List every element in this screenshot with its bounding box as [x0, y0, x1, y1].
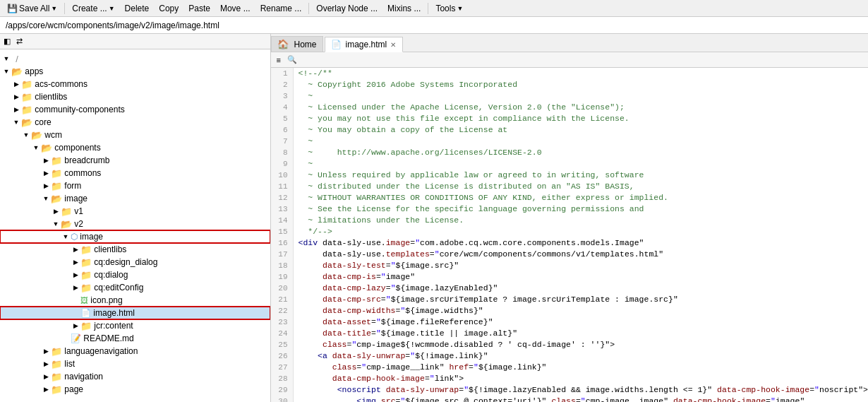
code-line: 5 ~ you may not use this file except in … — [271, 113, 868, 124]
tree-item-v1[interactable]: ▶📁 v1 — [0, 205, 270, 218]
right-panel: 🏠 Home 📄 image.html ✕ ≡ 🔍 1<!--/**2 ~ Co… — [271, 34, 868, 402]
folder-icon: 📁 — [51, 384, 62, 395]
file-tree[interactable]: ▼/ ▼📂 apps▶📁 acs-commons▶📁 clientlibs▶📁 … — [0, 49, 270, 402]
line-content: data-cmp-hook-image="link"> — [294, 373, 464, 384]
tree-item-form[interactable]: ▶📁 form — [0, 179, 270, 192]
overlay-node-button[interactable]: Overlay Node ... — [312, 1, 382, 16]
mixins-button[interactable]: Mixins ... — [383, 1, 425, 16]
tab-close-button[interactable]: ✕ — [390, 41, 397, 49]
expand-icon[interactable]: ▼ — [41, 194, 51, 203]
line-content: ~ Unless required by applicable law or a… — [294, 170, 644, 181]
file-icon: 📄 — [331, 40, 342, 49]
home-icon: 🏠 — [277, 39, 289, 49]
editor-btn1[interactable]: ≡ — [274, 55, 282, 65]
save-all-button[interactable]: 💾 Save All ▼ — [3, 1, 61, 16]
line-number: 23 — [271, 317, 294, 328]
tree-item-icon-png[interactable]: 🖼 icon.png — [0, 294, 270, 307]
tree-nav-btn[interactable]: ⇄ — [14, 36, 25, 47]
tools-caret: ▼ — [457, 5, 463, 12]
tree-item-list[interactable]: ▶📁 list — [0, 357, 270, 370]
folder-icon: 📁 — [61, 206, 72, 217]
rename-button[interactable]: Rename ... — [256, 1, 306, 16]
tree-item-wcm[interactable]: ▼📂 wcm — [0, 129, 270, 141]
line-number: 16 — [271, 237, 294, 249]
expand-icon[interactable]: ▶ — [41, 359, 51, 369]
expand-icon[interactable]: ▶ — [71, 283, 80, 292]
create-button[interactable]: Create ... ▼ — [68, 1, 119, 16]
tree-root[interactable]: ▼/ — [0, 52, 270, 65]
expand-icon[interactable]: ▶ — [51, 206, 61, 216]
tree-item-acs-commons[interactable]: ▶📁 acs-commons — [0, 78, 270, 90]
tree-item-languagenavigation[interactable]: ▶📁 languagenavigation — [0, 345, 270, 357]
tree-item-clientlibs[interactable]: ▶📁 clientlibs — [0, 90, 270, 103]
tab-image-html[interactable]: 📄 image.html ✕ — [325, 37, 404, 52]
line-content: ~ You may obtain a copy of the License a… — [294, 124, 507, 136]
line-content: */--> — [294, 226, 332, 237]
delete-button[interactable]: Delete — [121, 1, 154, 16]
tree-item-cq-editConfig[interactable]: ▶📁 cq:editConfig — [0, 281, 270, 294]
line-number: 5 — [271, 113, 294, 124]
expand-icon[interactable]: ▼ — [31, 143, 41, 153]
move-button[interactable]: Move ... — [216, 1, 255, 16]
code-line: 30 <img src="${image.src @ context='uri'… — [271, 396, 868, 402]
tree-item-components[interactable]: ▼📂 components — [0, 141, 270, 154]
tree-item-README-md[interactable]: 📝 README.md — [0, 332, 270, 345]
tools-button[interactable]: Tools ▼ — [431, 1, 467, 16]
folder-open-icon: 📂 — [61, 219, 72, 230]
line-number: 15 — [271, 226, 294, 237]
code-line: 21 data-cmp-src="${image.srcUriTemplate … — [271, 294, 868, 305]
tree-item-image[interactable]: ▼📂 image — [0, 192, 270, 205]
expand-icon[interactable]: ▶ — [41, 372, 51, 382]
tree-item-cq-dialog[interactable]: ▶📁 cq:dialog — [0, 268, 270, 281]
paste-button[interactable]: Paste — [184, 1, 215, 16]
editor-btn2[interactable]: 🔍 — [285, 54, 299, 65]
tree-item-cq-design-dialog[interactable]: ▶📁 cq:design_dialog — [0, 256, 270, 268]
expand-icon[interactable]: ▶ — [71, 244, 80, 254]
copy-button[interactable]: Copy — [155, 1, 183, 16]
code-line: 13 ~ See the License for the specific la… — [271, 203, 868, 215]
expand-icon[interactable]: ▶ — [41, 384, 51, 394]
tree-toolbar: ◧ ⇄ — [0, 34, 270, 49]
line-content: <a data-sly-unwrap="${!image.link}" — [294, 350, 488, 362]
tree-item-image[interactable]: ▼⬡ image — [0, 230, 270, 243]
tree-item-commons[interactable]: ▶📁 commons — [0, 167, 270, 179]
tree-label: image.html — [91, 308, 135, 318]
tree-item-navigation[interactable]: ▶📁 navigation — [0, 370, 270, 383]
expand-icon[interactable]: ▶ — [11, 105, 21, 114]
expand-icon[interactable]: ▼ — [21, 130, 31, 140]
expand-icon[interactable]: ▼ — [51, 219, 61, 229]
expand-icon[interactable]: ▶ — [11, 79, 21, 89]
tree-label: form — [62, 181, 81, 191]
code-editor[interactable]: 1<!--/**2 ~ Copyright 2016 Adobe Systems… — [271, 68, 868, 402]
tree-item-community-components[interactable]: ▶📁 community-components — [0, 103, 270, 116]
tree-item-apps[interactable]: ▼📂 apps — [0, 65, 270, 78]
expand-icon[interactable]: ▶ — [11, 92, 21, 102]
expand-icon[interactable]: ▶ — [71, 321, 80, 331]
expand-icon[interactable]: ▶ — [71, 270, 80, 280]
tree-item-breadcrumb[interactable]: ▶📁 breadcrumb — [0, 154, 270, 167]
expand-icon[interactable]: ▶ — [41, 346, 51, 356]
tree-item-core[interactable]: ▼📂 core — [0, 116, 270, 129]
folder-icon: 📁 — [51, 359, 62, 370]
code-line: 16<div data-sly-use.image="com.adobe.cq.… — [271, 237, 868, 249]
tree-item-v2[interactable]: ▼📂 v2 — [0, 218, 270, 230]
code-line: 19 data-cmp-is="image" — [271, 271, 868, 283]
tab-home[interactable]: 🏠 Home — [271, 36, 323, 52]
expand-icon[interactable]: ▼ — [11, 117, 21, 127]
expand-icon[interactable]: ▶ — [41, 181, 51, 191]
tree-item-page[interactable]: ▶📁 page — [0, 383, 270, 396]
tree-item-jcr-content[interactable]: ▶📁 jcr:content — [0, 319, 270, 332]
expand-icon[interactable]: ▼ — [1, 66, 11, 76]
folder-open-icon: 📂 — [31, 130, 42, 141]
tree-item-clientlibs[interactable]: ▶📁 clientlibs — [0, 243, 270, 256]
expand-icon[interactable]: ▶ — [71, 257, 80, 267]
folder-icon: 📁 — [21, 92, 32, 102]
expand-icon[interactable]: ▶ — [41, 168, 51, 178]
expand-icon — [71, 295, 80, 305]
code-line: 8 ~ http://www.apache.org/licenses/LICEN… — [271, 147, 868, 158]
tree-collapse-btn[interactable]: ◧ — [1, 36, 13, 47]
expand-icon[interactable]: ▶ — [41, 155, 51, 165]
expand-icon[interactable]: ▼ — [61, 232, 71, 242]
code-line: 3 ~ — [271, 90, 868, 102]
tree-item-image-html[interactable]: 📄 image.html — [0, 307, 270, 319]
